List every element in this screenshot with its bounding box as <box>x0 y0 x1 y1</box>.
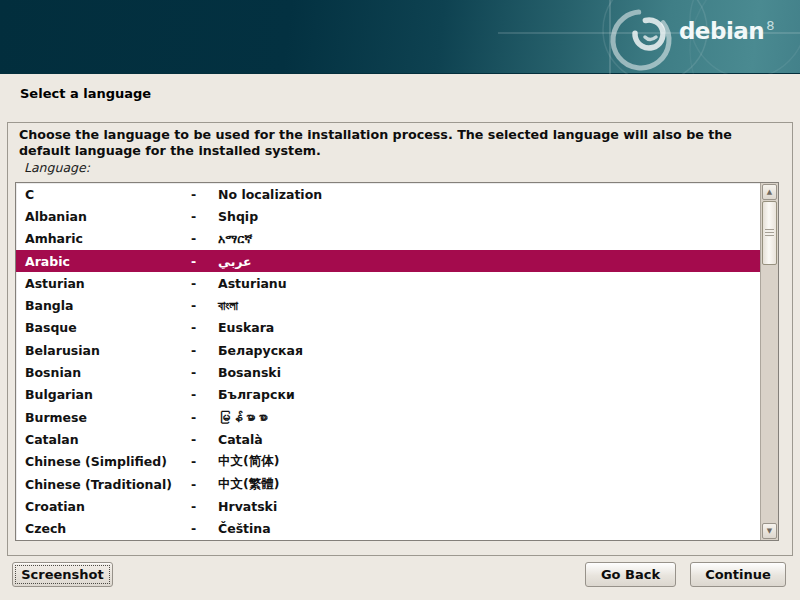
language-name: Croatian <box>25 499 191 514</box>
scroll-down-button[interactable]: ▼ <box>762 523 777 539</box>
scroll-up-button[interactable]: ▲ <box>762 184 777 200</box>
list-item[interactable]: Asturian-Asturianu <box>16 272 760 294</box>
separator: - <box>191 343 218 358</box>
language-native: አማርኛ <box>218 231 760 247</box>
language-native: Беларуская <box>218 343 760 358</box>
brand-wordmark: debian8 <box>679 18 774 44</box>
list-item[interactable]: Bulgarian-Български <box>16 384 760 406</box>
go-back-button[interactable]: Go Back <box>585 562 676 587</box>
language-native: Bosanski <box>218 365 760 380</box>
vertical-scrollbar[interactable]: ▲ ▼ <box>760 183 778 540</box>
language-listbox[interactable]: C-No localizationAlbanian-ShqipAmharic-አ… <box>15 182 779 541</box>
language-native: 中文(繁體) <box>218 476 760 493</box>
separator: - <box>191 187 218 202</box>
language-name: Basque <box>25 320 191 335</box>
separator: - <box>191 410 218 425</box>
language-name: Catalan <box>25 432 191 447</box>
scrollbar-thumb[interactable] <box>762 201 777 265</box>
list-item[interactable]: Czech-Čeština <box>16 517 760 539</box>
list-item[interactable]: Croatian-Hrvatski <box>16 495 760 517</box>
language-list-rows: C-No localizationAlbanian-ShqipAmharic-አ… <box>16 183 760 540</box>
language-native: 中文(简体) <box>218 453 760 470</box>
language-name: C <box>25 187 191 202</box>
list-item[interactable]: Amharic-አማርኛ <box>16 228 760 250</box>
list-item[interactable]: Catalan-Català <box>16 428 760 450</box>
installer-window: { "banner": { "brand": "debian", "versio… <box>0 0 800 600</box>
language-native: Hrvatski <box>218 499 760 514</box>
separator: - <box>191 209 218 224</box>
page-title: Select a language <box>20 86 151 101</box>
separator: - <box>191 254 218 269</box>
list-item[interactable]: Albanian-Shqip <box>16 205 760 227</box>
language-name: Bulgarian <box>25 387 191 402</box>
brand-version: 8 <box>766 18 774 33</box>
language-name: Bosnian <box>25 365 191 380</box>
language-name: Bangla <box>25 298 191 313</box>
continue-button[interactable]: Continue <box>690 562 786 587</box>
language-label: Language: <box>24 160 90 175</box>
separator: - <box>191 320 218 335</box>
language-name: Asturian <box>25 276 191 291</box>
language-native: Català <box>218 432 760 447</box>
separator: - <box>191 276 218 291</box>
language-name: Arabic <box>25 254 191 269</box>
list-item[interactable]: C-No localization <box>16 183 760 205</box>
list-item[interactable]: Arabic-عربي <box>16 250 760 272</box>
separator: - <box>191 477 218 492</box>
list-item[interactable]: Burmese-မြန်မာစာ <box>16 406 760 428</box>
chevron-down-icon: ▼ <box>767 528 772 535</box>
list-item[interactable]: Bosnian-Bosanski <box>16 361 760 383</box>
language-native: Čeština <box>218 521 760 536</box>
language-name: Albanian <box>25 209 191 224</box>
list-item[interactable]: Chinese (Simplified)-中文(简体) <box>16 451 760 473</box>
language-native: မြန်မာစာ <box>218 410 760 425</box>
separator: - <box>191 521 218 536</box>
language-name: Belarusian <box>25 343 191 358</box>
language-native: বাংলা <box>218 298 760 314</box>
list-item[interactable]: Chinese (Traditional)-中文(繁體) <box>16 473 760 495</box>
separator: - <box>191 499 218 514</box>
chevron-up-icon: ▲ <box>767 189 772 196</box>
description-text: Choose the language to be used for the i… <box>19 127 771 158</box>
list-item[interactable]: Basque-Euskara <box>16 317 760 339</box>
header-banner: debian8 <box>0 0 800 74</box>
language-native: Asturianu <box>218 276 760 291</box>
language-native: No localization <box>218 187 760 202</box>
separator: - <box>191 387 218 402</box>
language-native: Shqip <box>218 209 760 224</box>
language-native: Euskara <box>218 320 760 335</box>
separator: - <box>191 454 218 469</box>
language-name: Chinese (Traditional) <box>25 477 191 492</box>
separator: - <box>191 298 218 313</box>
language-native: عربي <box>218 254 760 269</box>
language-name: Burmese <box>25 410 191 425</box>
list-item[interactable]: Bangla-বাংলা <box>16 294 760 316</box>
content-frame: Choose the language to be used for the i… <box>7 122 793 556</box>
screenshot-button[interactable]: Screenshot <box>12 562 113 587</box>
separator: - <box>191 231 218 246</box>
language-name: Amharic <box>25 231 191 246</box>
language-name: Czech <box>25 521 191 536</box>
language-name: Chinese (Simplified) <box>25 454 191 469</box>
list-item[interactable]: Belarusian-Беларуская <box>16 339 760 361</box>
separator: - <box>191 365 218 380</box>
scrollbar-grip-icon <box>765 229 774 237</box>
language-native: Български <box>218 387 760 402</box>
separator: - <box>191 432 218 447</box>
brand-name: debian <box>679 18 764 44</box>
